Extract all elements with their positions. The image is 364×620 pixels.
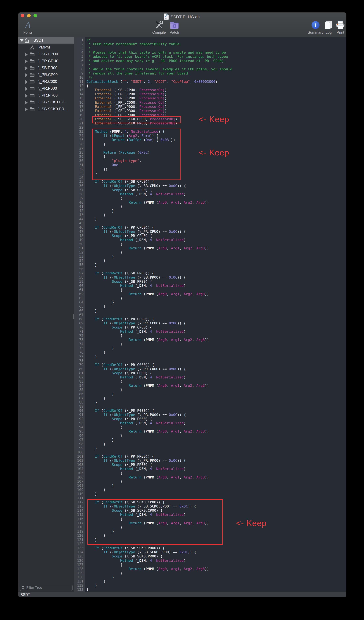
fonts-button[interactable]: A Fonts <box>21 20 35 35</box>
code-line: If (CondRefOf (\_SB.PR00)) { <box>87 271 154 276</box>
sidebar-item-sbcpu0[interactable]: \_SB.CPU0 <box>18 51 74 58</box>
svg-text:i: i <box>315 22 316 28</box>
line-number: 110 <box>77 492 83 496</box>
code-line: } <box>87 484 114 488</box>
sidebar-item-pmpm[interactable]: PMPM <box>18 44 74 51</box>
line-number: 60 <box>79 284 84 288</box>
line-number: 72 <box>79 334 84 338</box>
scrollbar-thumb[interactable] <box>73 314 74 319</box>
sidebar-item-label: PMPM <box>38 45 50 49</box>
code-line: If (CondRefOf (\_PR.CP00)) { <box>87 317 154 321</box>
chevron-right-icon[interactable] <box>25 53 28 56</box>
code-line: } <box>87 442 106 446</box>
folder-icon <box>30 79 35 84</box>
chevron-right-icon[interactable] <box>25 101 28 104</box>
folder-icon <box>30 93 35 98</box>
line-number: 41 <box>79 204 84 209</box>
line-number: 65 <box>79 304 84 309</box>
sidebar-item-prcpu0[interactable]: \_PR.CPU0 <box>18 58 74 64</box>
sidebar-item-sbsck0pr[interactable]: \_SB.SCK0.PR... <box>18 106 74 112</box>
chevron-down-icon[interactable] <box>20 39 23 42</box>
sidebar-item-prpr00[interactable]: \_PR.PR00 <box>18 92 74 99</box>
sidebar-item-sbsck0cp[interactable]: \_SB.SCK0.CP... <box>18 99 74 106</box>
code-line: } <box>87 209 114 213</box>
code-line: * adapted to fit your board's ACPI stack… <box>87 55 228 59</box>
code-line: } <box>87 254 114 259</box>
line-number: 127 <box>77 563 83 567</box>
line-number: 12 <box>79 84 84 88</box>
code-line: } <box>87 488 106 492</box>
code-line: External (_PR_.CPU0, ProcessorObj) <box>87 92 167 96</box>
line-number: 1 <box>81 38 83 42</box>
line-number: 102 <box>77 459 83 463</box>
code-line: If ((ObjectType (\_PR.PR00) == 0x0C)) { <box>87 459 186 463</box>
line-number: 76 <box>79 350 84 355</box>
summary-button[interactable]: i Summary <box>308 20 323 35</box>
code-line: */ <box>87 76 93 80</box>
line-number: 115 <box>77 513 83 517</box>
code-line: Return (PMPM (Arg0, Arg1, Arg2, Arg3)) <box>87 246 209 250</box>
code-line: } <box>87 355 97 359</box>
code-line: Scope (\_PR.PR00) { <box>87 463 152 467</box>
line-number: 20 <box>79 117 84 121</box>
line-number: 4 <box>81 50 83 55</box>
sidebar-item-ssdt[interactable]: SSDT <box>18 37 74 44</box>
line-number: 10 <box>79 76 84 80</box>
line-number: 101 <box>77 454 83 459</box>
code-line: If ((ObjectType (\_SB.PR00) == 0x0C)) { <box>87 275 186 280</box>
code-line: Scope (\_SB.PR00) { <box>87 279 152 284</box>
sidebar-item-sbpr00[interactable]: \_SB.PR00 <box>18 64 74 71</box>
line-number: 120 <box>77 534 83 538</box>
toolbar: DSL SSDT-PLUG.dsl A Fonts Compile <box>18 13 346 37</box>
filter-field[interactable] <box>20 585 73 591</box>
compile-button[interactable]: Compile <box>152 20 166 35</box>
chevron-right-icon[interactable] <box>25 87 28 91</box>
code-line: * <box>87 63 91 67</box>
line-number: 35 <box>79 180 84 184</box>
sidebar-item-prcp00[interactable]: \_PR.CP00 <box>18 71 74 78</box>
line-number: 43 <box>79 213 84 217</box>
line-number: 6 <box>81 59 83 63</box>
app-window: DSL SSDT-PLUG.dsl A Fonts Compile <box>18 13 346 597</box>
sidebar-item-prp000[interactable]: \_PR.P000 <box>18 85 74 92</box>
line-number: 70 <box>79 325 84 330</box>
filter-tree-input[interactable] <box>26 585 71 590</box>
patch-label: Patch <box>170 30 179 35</box>
chevron-right-icon[interactable] <box>25 60 28 63</box>
chevron-right-icon[interactable] <box>25 66 28 70</box>
printer-icon <box>336 20 345 29</box>
code-line: Scope (\_SB.SCK0.PR00) { <box>87 554 163 558</box>
code-line: } <box>87 388 122 392</box>
code-line: { <box>87 379 122 384</box>
sidebar-item-label: SSDT <box>33 38 44 43</box>
line-number: 126 <box>77 558 83 563</box>
line-number: 112 <box>77 500 83 504</box>
code-line: Method (_DSM, 4, NotSerialized) <box>87 192 186 196</box>
sidebar-item-prc000[interactable]: \_PR.C000 <box>18 78 74 85</box>
line-number: 36 <box>79 184 84 188</box>
code-line: Scope (\_PR.CP00) { <box>87 325 152 330</box>
chevron-right-icon[interactable] <box>25 94 28 97</box>
line-number: 77 <box>79 355 84 359</box>
line-number: 64 <box>79 300 84 305</box>
code-line: * XCPM power management compatibility ta… <box>87 42 182 46</box>
chevron-right-icon[interactable] <box>25 80 28 84</box>
patch-button[interactable]: Patch <box>168 20 181 35</box>
home-icon <box>24 38 30 43</box>
line-number: 26 <box>79 142 84 146</box>
line-number: 122 <box>77 542 83 546</box>
print-label: Print <box>336 30 344 35</box>
code-line: If ((ObjectType (\_PR.P000) == 0x0C)) { <box>87 413 186 417</box>
log-button[interactable]: Log <box>324 20 333 35</box>
status-bar: SSDT <box>18 592 346 597</box>
line-number: 37 <box>79 188 84 192</box>
chevron-right-icon[interactable] <box>25 73 28 77</box>
chevron-right-icon[interactable] <box>25 108 28 111</box>
info-icon: i <box>311 20 320 29</box>
line-number: 39 <box>79 196 84 201</box>
code-line: Method (_DSM, 4, NotSerialized) <box>87 238 186 242</box>
print-button[interactable]: Print <box>335 20 346 35</box>
code-line: Return (PMPM (Arg0, Arg1, Arg2, Arg3)) <box>87 475 209 480</box>
line-number: 15 <box>79 96 84 101</box>
code-line: } <box>87 342 122 346</box>
